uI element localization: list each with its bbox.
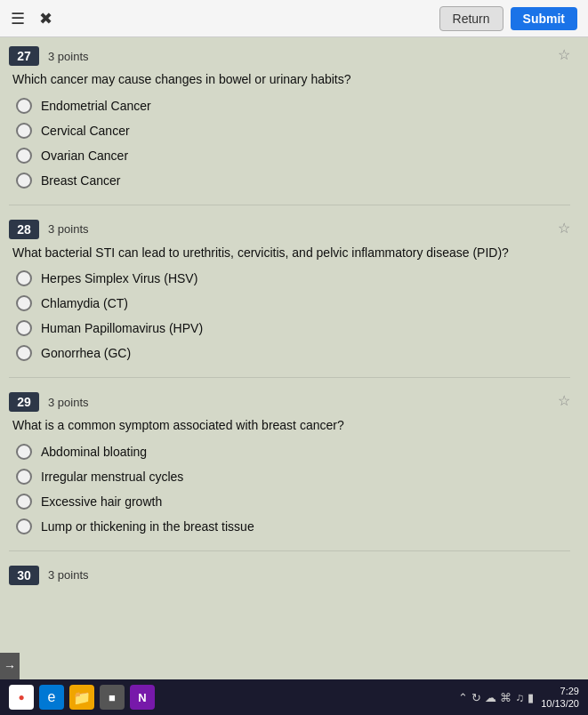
question-28-options: Herpes Simplex Virus (HSV) Chlamydia (CT… [9, 270, 570, 361]
up-arrow-icon: ⌃ [458, 691, 468, 704]
taskbar-right: ⌃ ↻ ☁ ⌘ ♫ ▮ 7:29 10/13/20 [458, 685, 579, 711]
list-item[interactable]: Breast Cancer [16, 173, 570, 189]
filter-icon[interactable]: ✖͏ [39, 9, 52, 28]
option-label: Abdominal bloating [41, 445, 147, 459]
hamburger-icon[interactable]: ☰ [11, 9, 25, 28]
question-30-number: 30 [9, 566, 39, 585]
question-27-options: Endometrial Cancer Cervical Cancer Ovari… [9, 98, 570, 189]
question-28-header: 28 3 points [9, 220, 570, 239]
radio-29-2[interactable] [16, 494, 32, 510]
onenote-icon[interactable]: N [130, 685, 155, 710]
battery-icon: ▮ [528, 691, 534, 704]
clock-time: 7:29 [541, 685, 579, 697]
list-item[interactable]: Lump or thickening in the breast tissue [16, 518, 570, 534]
question-27-text: Which cancer may cause changes in bowel … [9, 71, 570, 89]
question-28: ☆ 28 3 points What bacterial STI can lea… [9, 220, 570, 362]
question-29-header: 29 3 points [9, 392, 570, 412]
option-label: Irregular menstrual cycles [41, 470, 183, 484]
question-29-points: 3 points [48, 396, 89, 409]
app1-icon[interactable]: ■ [100, 685, 125, 710]
top-bar-left: ☰ ✖͏ [11, 9, 52, 28]
question-29-text: What is a common symptom associated with… [9, 417, 570, 435]
volume-icon: ♫ [515, 691, 524, 704]
question-30-partial: 30 3 points [9, 566, 570, 585]
taskbar-left: ● e 📁 ■ N [9, 685, 155, 710]
prev-page-button[interactable]: → [0, 653, 20, 679]
return-button[interactable]: Return [439, 6, 503, 31]
radio-29-1[interactable] [16, 469, 32, 485]
option-label: Chlamydia (CT) [41, 296, 128, 310]
option-label: Human Papillomavirus (HPV) [41, 321, 203, 335]
radio-28-1[interactable] [16, 295, 32, 311]
option-label: Excessive hair growth [41, 494, 162, 509]
questions-content: ☆ 27 3 points Which cancer may cause cha… [0, 37, 588, 679]
wifi-icon: ⌘ [500, 691, 511, 704]
edge-icon[interactable]: e [39, 685, 64, 710]
question-29-number: 29 [9, 392, 39, 412]
question-27: ☆ 27 3 points Which cancer may cause cha… [9, 46, 570, 189]
divider-2 [9, 377, 570, 378]
radio-27-2[interactable] [16, 148, 32, 164]
bookmark-icon-28[interactable]: ☆ [558, 220, 570, 237]
option-label: Gonorrhea (GC) [41, 346, 131, 360]
list-item[interactable]: Chlamydia (CT) [16, 295, 570, 311]
question-27-number: 27 [9, 46, 39, 66]
question-28-number: 28 [9, 220, 39, 239]
taskbar-time: 7:29 10/13/20 [541, 685, 579, 711]
bookmark-icon-27[interactable]: ☆ [558, 46, 570, 63]
question-27-points: 3 points [48, 50, 89, 63]
bookmark-icon-29[interactable]: ☆ [558, 392, 570, 409]
radio-27-3[interactable] [16, 173, 32, 189]
list-item[interactable]: Cervical Cancer [16, 123, 570, 139]
option-label: Lump or thickening in the breast tissue [41, 519, 254, 534]
radio-27-0[interactable] [16, 98, 32, 114]
cloud-icon: ☁ [485, 691, 496, 704]
option-label: Cervical Cancer [41, 124, 130, 138]
list-item[interactable]: Endometrial Cancer [16, 98, 570, 114]
system-icons: ⌃ ↻ ☁ ⌘ ♫ ▮ [458, 691, 534, 704]
list-item[interactable]: Ovarian Cancer [16, 148, 570, 164]
sync-icon: ↻ [471, 691, 481, 704]
option-label: Endometrial Cancer [41, 99, 151, 113]
taskbar: ● e 📁 ■ N ⌃ ↻ ☁ ⌘ ♫ ▮ 7:29 10/13/20 [0, 679, 588, 715]
option-label: Breast Cancer [41, 173, 120, 188]
option-label: Ovarian Cancer [41, 149, 128, 163]
list-item[interactable]: Herpes Simplex Virus (HSV) [16, 270, 570, 286]
radio-28-2[interactable] [16, 320, 32, 336]
question-28-text: What bacterial STI can lead to urethriti… [9, 245, 570, 262]
clock-date: 10/13/20 [541, 697, 579, 710]
radio-28-0[interactable] [16, 270, 32, 286]
folder-icon[interactable]: 📁 [69, 685, 94, 710]
chrome-icon[interactable]: ● [9, 685, 34, 710]
top-bar-right: Return Submit [439, 6, 577, 31]
top-bar: ☰ ✖͏ Return Submit [0, 0, 588, 37]
list-item[interactable]: Gonorrhea (GC) [16, 345, 570, 361]
divider-3 [9, 550, 570, 551]
question-27-header: 27 3 points [9, 46, 570, 66]
list-item[interactable]: Abdominal bloating [16, 444, 570, 460]
question-30-points: 3 points [48, 568, 89, 582]
radio-28-3[interactable] [16, 345, 32, 361]
option-label: Herpes Simplex Virus (HSV) [41, 271, 197, 285]
submit-button[interactable]: Submit [511, 7, 577, 30]
list-item[interactable]: Irregular menstrual cycles [16, 469, 570, 485]
radio-29-0[interactable] [16, 444, 32, 460]
divider-1 [9, 205, 570, 205]
question-29: ☆ 29 3 points What is a common symptom a… [9, 392, 570, 534]
radio-29-3[interactable] [16, 518, 32, 534]
list-item[interactable]: Excessive hair growth [16, 494, 570, 510]
list-item[interactable]: Human Papillomavirus (HPV) [16, 320, 570, 336]
question-29-options: Abdominal bloating Irregular menstrual c… [9, 444, 570, 534]
radio-27-1[interactable] [16, 123, 32, 139]
question-28-points: 3 points [48, 222, 89, 236]
